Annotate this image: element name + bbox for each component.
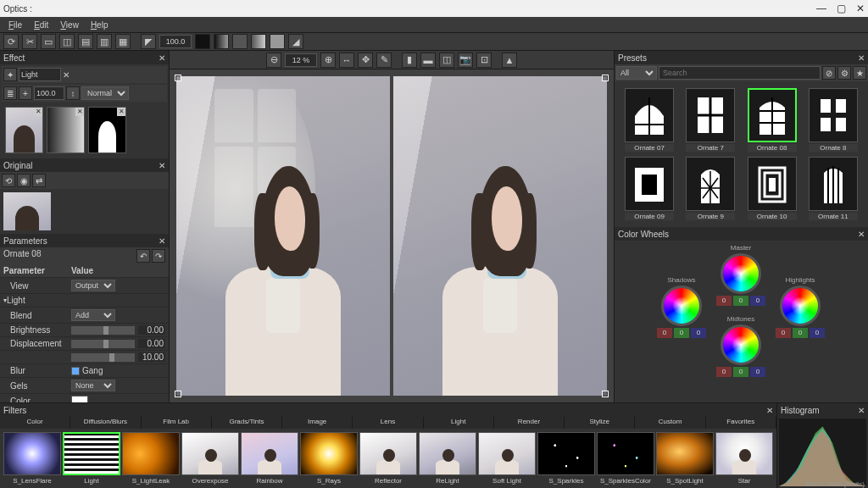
close-icon[interactable]: ✕ — [159, 161, 165, 170]
filter-item[interactable]: Star — [715, 432, 773, 485]
move-icon[interactable]: ✥ — [358, 53, 373, 68]
zoom-in-icon[interactable]: ⊕ — [320, 53, 336, 68]
menu-edit[interactable]: Edit — [29, 19, 53, 31]
highlights-wheel[interactable]: Highlights 000 — [776, 276, 825, 338]
view-select[interactable]: Output — [71, 280, 115, 291]
preset-item[interactable]: Ornate 08 — [744, 88, 800, 152]
preset-item[interactable]: Ornate 11 — [805, 157, 861, 220]
redo-icon[interactable]: ↷ — [152, 249, 165, 263]
swatch-grad2[interactable] — [251, 34, 266, 49]
camera-icon[interactable]: ◉ — [17, 174, 31, 187]
effect-name-input[interactable] — [19, 68, 61, 81]
filter-item[interactable]: Light — [63, 432, 120, 485]
transform-icon[interactable]: ⊡ — [476, 53, 492, 68]
link-icon[interactable]: ↕ — [66, 86, 80, 100]
layer-thumb[interactable]: ✕ — [88, 107, 126, 153]
undo-icon[interactable]: ↶ — [136, 249, 150, 263]
preset-item[interactable]: Ornate 8 — [805, 88, 861, 152]
delete-icon[interactable]: ✕ — [63, 70, 70, 80]
clear-icon[interactable]: ⊘ — [822, 66, 836, 80]
reset-icon[interactable]: ⟲ — [2, 174, 15, 187]
filter-item[interactable]: S_SparklesColor — [597, 432, 654, 485]
layer-thumb[interactable]: ✕ — [5, 107, 43, 153]
close-icon[interactable]: ✕ — [117, 108, 125, 116]
ab-icon[interactable]: ◫ — [439, 53, 454, 68]
close-button[interactable]: ✕ — [856, 3, 865, 14]
star-icon[interactable]: ★ — [853, 66, 866, 80]
layout2-icon[interactable]: ▤ — [78, 34, 93, 49]
opacity-input[interactable] — [159, 35, 192, 48]
layout3-icon[interactable]: ▥ — [97, 34, 112, 49]
swatch-black[interactable] — [195, 34, 210, 49]
mask-icon[interactable]: ◤ — [141, 34, 156, 49]
filter-tab[interactable]: Diffusion/Blurs — [70, 417, 141, 429]
filter-tab[interactable]: Lens — [353, 417, 423, 429]
filter-tab[interactable]: Render — [494, 417, 565, 429]
viewport[interactable] — [170, 69, 614, 402]
preset-item[interactable]: Ornate 10 — [744, 157, 800, 220]
rect-icon[interactable]: ▭ — [41, 34, 56, 49]
crop-handle[interactable] — [602, 75, 609, 81]
midtones-wheel[interactable]: Midtones 000 — [716, 315, 765, 377]
maximize-button[interactable]: ▢ — [837, 3, 846, 14]
filter-tab[interactable]: Stylize — [565, 417, 635, 429]
crop-handle[interactable] — [602, 391, 609, 397]
menu-view[interactable]: View — [55, 19, 84, 31]
filter-item[interactable]: S_Rays — [300, 432, 358, 485]
split-v-icon[interactable]: ▮ — [402, 53, 417, 68]
split-h-icon[interactable]: ▬ — [420, 53, 436, 68]
filter-item[interactable]: Overexpose — [181, 432, 239, 485]
close-icon[interactable]: ✕ — [766, 406, 773, 415]
close-icon[interactable]: ✕ — [858, 230, 865, 239]
zoom-input[interactable] — [285, 53, 317, 67]
effect-opacity-input[interactable] — [34, 86, 64, 100]
compare-icon[interactable]: ⇄ — [32, 174, 46, 187]
gang-checkbox[interactable] — [71, 367, 80, 375]
filter-item[interactable]: Rainbow — [241, 432, 298, 485]
crop-handle[interactable] — [175, 391, 181, 397]
layout4-icon[interactable]: ▦ — [115, 34, 131, 49]
filter-tab[interactable]: Favorites — [706, 417, 776, 429]
master-wheel[interactable]: Master 000 — [716, 244, 765, 306]
close-icon[interactable]: ✕ — [858, 53, 865, 63]
swatch-light[interactable] — [270, 34, 285, 49]
preset-search-input[interactable] — [659, 66, 821, 80]
filter-item[interactable]: S_LightLeak — [122, 432, 180, 485]
color-swatch[interactable] — [71, 396, 88, 402]
close-icon[interactable]: ✕ — [75, 108, 84, 116]
filter-tab[interactable]: Grads/Tints — [212, 417, 282, 429]
ramp-icon[interactable]: ◢ — [288, 34, 303, 49]
filter-item[interactable]: S_Sparkles — [537, 432, 595, 485]
filter-item[interactable]: ReLight — [419, 432, 476, 485]
minimize-button[interactable]: — — [816, 3, 826, 14]
menu-file[interactable]: File — [3, 19, 27, 31]
filter-tab[interactable]: Film Lab — [142, 417, 212, 429]
filter-tab[interactable]: Image — [282, 417, 353, 429]
displacement-slider[interactable] — [71, 340, 135, 348]
menu-help[interactable]: Help — [86, 19, 114, 31]
snapshot-icon[interactable]: 📷 — [458, 53, 473, 68]
layers-icon[interactable]: ≣ — [3, 86, 17, 100]
filter-item[interactable]: Soft Light — [478, 432, 536, 485]
swatch-gray[interactable] — [232, 34, 248, 49]
preset-item[interactable]: Ornate 9 — [682, 157, 738, 220]
filter-tab[interactable]: Color — [0, 417, 70, 429]
swatch-grad1[interactable] — [214, 34, 229, 49]
layer-thumb[interactable]: ✕ — [47, 107, 85, 153]
ray-icon[interactable]: ✦ — [3, 68, 17, 81]
filter-item[interactable]: S_SpotLight — [656, 432, 714, 485]
histogram-toggle-icon[interactable]: ▲ — [502, 53, 517, 68]
close-icon[interactable]: ✕ — [858, 406, 865, 415]
fit-width-icon[interactable]: ↔ — [339, 53, 354, 68]
blur-amount-slider[interactable] — [71, 353, 135, 362]
preset-item[interactable]: Ornate 09 — [621, 157, 677, 220]
close-icon[interactable]: ✕ — [159, 236, 165, 246]
blend-mode-select[interactable]: Normal — [81, 86, 129, 100]
preset-filter-select[interactable]: All — [616, 66, 657, 80]
refresh-icon[interactable]: ⟳ — [3, 34, 19, 49]
brightness-slider[interactable] — [71, 326, 135, 335]
close-icon[interactable]: ✕ — [34, 108, 42, 116]
filter-item[interactable]: Reflector — [359, 432, 417, 485]
close-icon[interactable]: ✕ — [159, 53, 165, 63]
zoom-out-icon[interactable]: ⊖ — [266, 53, 281, 68]
